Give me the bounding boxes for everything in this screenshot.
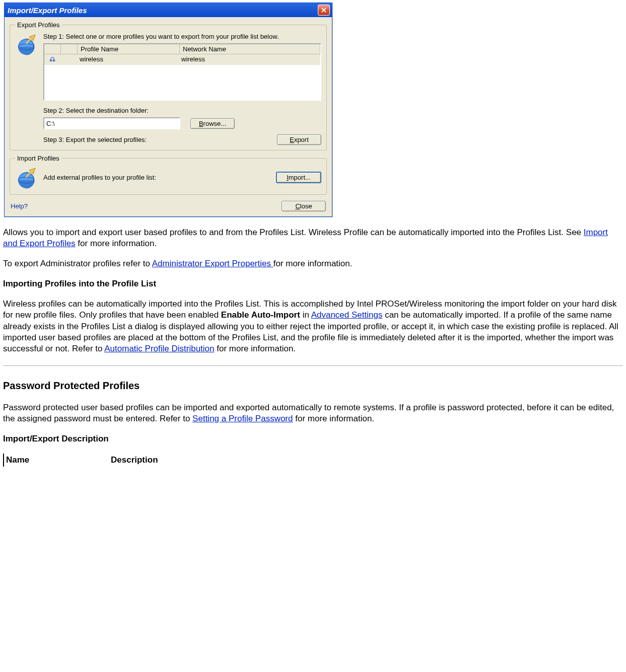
step2-text: Step 2: Select the destination folder: — [43, 107, 321, 114]
heading-password-protected: Password Protected Profiles — [3, 379, 623, 392]
help-link[interactable]: Help? — [11, 202, 28, 210]
window-close-button[interactable] — [318, 5, 330, 16]
link-automatic-profile-distribution[interactable]: Automatic Profile Distribution — [104, 344, 214, 353]
row-profile-name: wireless — [77, 54, 178, 65]
admin-export-paragraph: To export Administrator profiles refer t… — [3, 258, 623, 269]
close-icon — [321, 6, 326, 15]
col-network-name[interactable]: Network Name — [180, 44, 320, 54]
destination-folder-input[interactable] — [43, 117, 180, 129]
import-profiles-group: Import Profiles Add external profiles to… — [10, 155, 327, 195]
section-divider — [3, 365, 623, 366]
profile-type-icon — [49, 55, 56, 64]
step1-text: Step 1: Select one or more profiles you … — [43, 33, 321, 40]
table-row[interactable]: wireless wireless — [44, 54, 320, 65]
import-export-dialog: Import/Export Profiles Export Profiles — [4, 3, 332, 217]
export-button[interactable]: Export — [277, 134, 321, 145]
import-text: Add external profiles to your profile li… — [43, 174, 156, 181]
step3-text: Step 3: Export the selected profiles: — [43, 136, 147, 143]
heading-import-export-description: Import/Export Description — [3, 433, 623, 444]
import-button[interactable]: Import... — [276, 172, 321, 183]
table-header: Profile Name Network Name — [44, 44, 320, 54]
close-button[interactable]: Close — [282, 201, 326, 211]
link-admin-export-properties[interactable]: Administrator Export Properties — [152, 259, 273, 268]
export-globe-icon — [15, 34, 37, 56]
col-description: Description — [109, 454, 160, 467]
description-table: Name Description — [3, 454, 623, 467]
link-setting-profile-password[interactable]: Setting a Profile Password — [192, 414, 293, 423]
export-profiles-group: Export Profiles Step 1: Select one or mo… — [10, 21, 327, 151]
document-body: Allows you to import and export user bas… — [0, 217, 626, 467]
svg-point-3 — [53, 59, 55, 62]
profile-list-table[interactable]: Profile Name Network Name wireless — [43, 43, 321, 101]
svg-point-2 — [50, 59, 52, 62]
export-legend: Export Profiles — [15, 21, 62, 29]
password-paragraph: Password protected user based profiles c… — [3, 402, 623, 424]
import-legend: Import Profiles — [15, 155, 61, 162]
dialog-titlebar: Import/Export Profiles — [5, 3, 332, 17]
dialog-body: Export Profiles Step 1: Select one or mo… — [5, 17, 332, 216]
import-globe-icon — [15, 167, 37, 189]
col-name: Name — [4, 454, 109, 467]
heading-importing-profiles: Importing Profiles into the Profile List — [3, 278, 623, 289]
browse-button[interactable]: Browse... — [190, 118, 235, 129]
link-advanced-settings[interactable]: Advanced Settings — [311, 310, 383, 320]
importing-details-paragraph: Wireless profiles can be automatically i… — [3, 298, 623, 354]
col-profile-name[interactable]: Profile Name — [78, 44, 180, 54]
dialog-title: Import/Export Profiles — [8, 6, 87, 15]
intro-paragraph: Allows you to import and export user bas… — [3, 227, 623, 249]
row-network-name: wireless — [178, 54, 320, 65]
